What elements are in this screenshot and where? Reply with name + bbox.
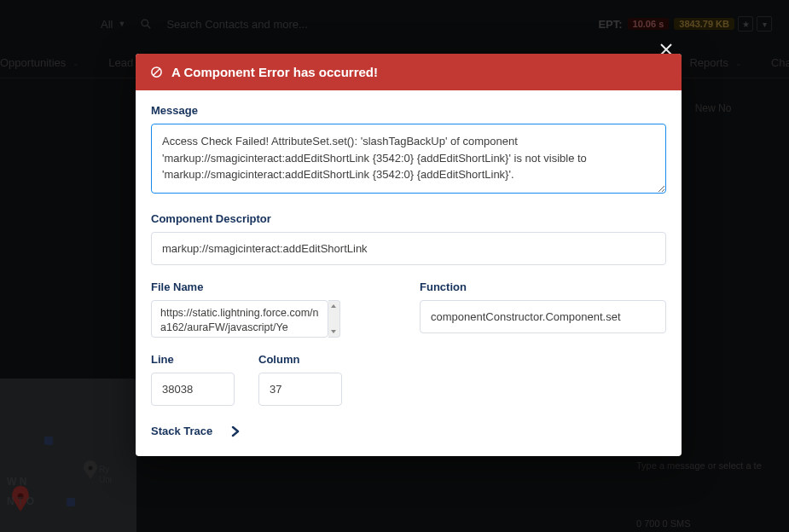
function-label: Function — [420, 280, 666, 293]
filename-field[interactable]: https://static.lightning.force.com/na162… — [151, 300, 328, 338]
filename-group: File Name https://static.lightning.force… — [151, 280, 397, 338]
filename-label: File Name — [151, 280, 397, 293]
svg-line-14 — [153, 69, 160, 76]
column-group: Column 37 — [258, 353, 342, 406]
descriptor-group: Component Descriptor markup://smagicinte… — [151, 212, 666, 265]
message-group: Message — [151, 104, 666, 197]
message-label: Message — [151, 104, 666, 117]
line-group: Line 38038 — [151, 353, 235, 406]
stack-trace-label: Stack Trace — [151, 425, 212, 437]
modal-title: A Component Error has occurred! — [171, 65, 378, 79]
column-field[interactable]: 37 — [258, 373, 342, 406]
function-group: Function componentConstructor.Component.… — [420, 280, 666, 338]
chevron-right-icon — [231, 425, 240, 437]
descriptor-label: Component Descriptor — [151, 212, 666, 225]
function-field[interactable]: componentConstructor.Component.set — [420, 300, 666, 333]
error-modal: A Component Error has occurred! Message … — [136, 54, 682, 456]
descriptor-field[interactable]: markup://smagicinteract:addEditShortLink — [151, 232, 666, 265]
modal-header: A Component Error has occurred! — [136, 54, 682, 90]
line-field[interactable]: 38038 — [151, 373, 235, 406]
column-label: Column — [258, 353, 342, 366]
stack-trace-toggle[interactable]: Stack Trace — [151, 425, 666, 437]
ban-icon — [149, 66, 163, 79]
message-textarea[interactable] — [151, 124, 666, 194]
line-label: Line — [151, 353, 235, 366]
scrollbar-stub[interactable] — [328, 300, 340, 338]
modal-body: Message Component Descriptor markup://sm… — [136, 90, 682, 456]
